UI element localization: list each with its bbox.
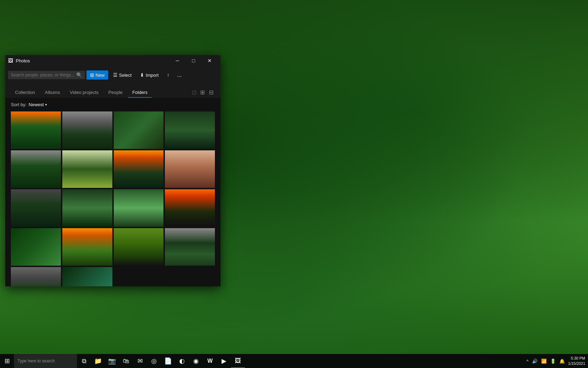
photo-item[interactable] (62, 150, 112, 188)
view-grid-small-button[interactable]: ⊞ (199, 88, 206, 96)
toolbar: 🔍 ⊞ New ☰ Select ⬇ Import ↑ ... (5, 66, 220, 84)
taskbar-file-explorer[interactable]: 📁 (91, 354, 105, 368)
select-icon: ☰ (113, 72, 118, 78)
view-buttons: □ ⊞ ⊟ (191, 88, 215, 98)
photo-item[interactable] (114, 111, 164, 149)
sort-bar: Sort by: Newest ▾ (11, 102, 215, 107)
tab-video-projects[interactable]: Video projects (65, 87, 103, 98)
sort-value: Newest (29, 102, 44, 107)
photo-item[interactable] (114, 189, 164, 227)
minimize-button[interactable]: ─ (169, 55, 186, 66)
photo-item[interactable] (114, 228, 164, 266)
new-button[interactable]: ⊞ New (86, 70, 108, 80)
taskbar-edge-icon[interactable]: ◐ (175, 354, 189, 368)
photo-item[interactable] (165, 189, 215, 227)
taskbar-word[interactable]: W (203, 354, 217, 368)
clock[interactable]: 5:30 PM 1/15/2021 (568, 356, 585, 367)
network-icon[interactable]: 📶 (540, 359, 548, 364)
photo-item[interactable] (62, 267, 112, 286)
photos-window-icon: 🖼 (8, 58, 13, 63)
view-grid-large-button[interactable]: ⊟ (208, 88, 215, 96)
tab-collection[interactable]: Collection (11, 87, 39, 98)
maximize-button[interactable]: □ (186, 55, 202, 66)
photo-item[interactable] (11, 150, 61, 188)
hidden-icons-button[interactable]: ^ (525, 359, 530, 364)
search-placeholder-text: Type here to search (18, 359, 55, 363)
share-button[interactable]: ↑ (163, 70, 173, 80)
more-options-button[interactable]: ... (174, 70, 184, 80)
select-button[interactable]: ☰ Select (110, 70, 135, 80)
battery-icon[interactable]: 🔋 (549, 359, 557, 364)
time-value: 5:30 PM (568, 356, 585, 361)
tab-people[interactable]: People (104, 87, 127, 98)
taskbar: ⊞ Type here to search ⧉ 📁 📷 🛍 ✉ ◎ 📄 ◐ ◉ … (0, 354, 588, 368)
search-icon: 🔍 (76, 72, 82, 78)
taskbar-right: ^ 🔊 📶 🔋 🔔 5:30 PM 1/15/2021 (523, 356, 588, 367)
photo-item[interactable] (62, 228, 112, 266)
tab-albums[interactable]: Albums (41, 87, 64, 98)
new-button-label: New (96, 73, 105, 78)
start-button[interactable]: ⊞ (0, 354, 14, 368)
search-box[interactable]: 🔍 (8, 71, 85, 79)
title-bar: 🖼 Photos ─ □ ✕ (5, 55, 220, 66)
new-icon: ⊞ (90, 72, 94, 78)
tab-folders[interactable]: Folders (128, 87, 152, 98)
photo-grid (11, 111, 215, 286)
photo-item[interactable] (114, 150, 164, 188)
search-input[interactable] (11, 73, 75, 77)
import-button-label: Import (146, 73, 159, 78)
taskbar-search[interactable]: Type here to search (14, 354, 77, 368)
window-controls: ─ □ ✕ (169, 55, 218, 66)
system-tray: ^ 🔊 📶 🔋 🔔 (525, 359, 566, 364)
tab-people-label: People (108, 90, 122, 95)
content-area: Sort by: Newest ▾ (5, 98, 220, 286)
taskbar-camera[interactable]: 📷 (105, 354, 119, 368)
tab-folders-label: Folders (132, 90, 147, 95)
photo-item[interactable] (165, 111, 215, 149)
photo-item[interactable] (11, 111, 61, 149)
taskbar-mail[interactable]: ✉ (133, 354, 147, 368)
photo-item[interactable] (11, 189, 61, 227)
taskbar-task-view[interactable]: ⧉ (77, 354, 91, 368)
import-icon: ⬇ (140, 72, 144, 78)
sort-dropdown[interactable]: Newest ▾ (29, 102, 47, 107)
volume-icon[interactable]: 🔊 (531, 359, 539, 364)
sort-label: Sort by: (11, 102, 27, 107)
date-value: 1/15/2021 (568, 361, 585, 366)
taskbar-photos[interactable]: 🖼 (231, 354, 245, 368)
share-icon: ↑ (167, 72, 169, 78)
photos-window: 🖼 Photos ─ □ ✕ 🔍 ⊞ New ☰ Select ⬇ Import… (5, 55, 220, 286)
taskbar-chrome[interactable]: ◉ (189, 354, 203, 368)
taskbar-cortana[interactable]: ◎ (147, 354, 161, 368)
notification-icon[interactable]: 🔔 (558, 359, 566, 364)
photo-item[interactable] (165, 150, 215, 188)
nav-tabs: Collection Albums Video projects People … (5, 84, 220, 98)
photo-item[interactable] (11, 267, 61, 286)
taskbar-store[interactable]: 🛍 (119, 354, 133, 368)
photo-item[interactable] (165, 228, 215, 266)
window-title: Photos (16, 58, 169, 63)
taskbar-media[interactable]: ▶ (217, 354, 231, 368)
photo-item[interactable] (62, 111, 112, 149)
view-single-button[interactable]: □ (191, 89, 197, 96)
select-button-label: Select (119, 73, 132, 78)
taskbar-notepad[interactable]: 📄 (161, 354, 175, 368)
sort-chevron-icon: ▾ (45, 103, 47, 107)
tab-collection-label: Collection (15, 90, 35, 95)
taskbar-app-icons: ⧉ 📁 📷 🛍 ✉ ◎ 📄 ◐ ◉ W ▶ 🖼 (77, 354, 245, 368)
photo-item[interactable] (11, 228, 61, 266)
tab-video-projects-label: Video projects (70, 90, 98, 95)
import-button[interactable]: ⬇ Import (136, 70, 162, 80)
tab-albums-label: Albums (45, 90, 60, 95)
close-button[interactable]: ✕ (202, 55, 218, 66)
photo-item[interactable] (62, 189, 112, 227)
